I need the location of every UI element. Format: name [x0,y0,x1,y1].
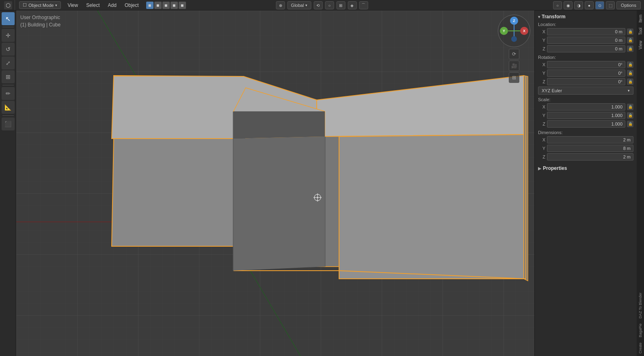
scale-y-value[interactable]: 1.000 [547,112,625,119]
rotation-z-value[interactable]: 0° [547,78,625,85]
snap-magnet-btn[interactable]: ⊞ [336,1,345,9]
extra-btn1[interactable]: ◈ [348,1,357,9]
properties-section-header[interactable]: ▶ Properties [538,165,633,171]
dimensions-z-value[interactable]: 2 m [547,153,633,161]
rotation-x-value[interactable]: 0° [547,61,625,68]
location-z-value[interactable]: 0 m [547,45,625,52]
object-info: (1) Building | Cube [20,21,61,28]
nav-small-icons: ⟳ 🎥 ⊞ [509,49,519,83]
transform-pivot-btn[interactable]: ⊕ [276,1,285,9]
scale-y-lock[interactable]: 🔒 [627,112,633,119]
location-z-label: Z [538,46,545,51]
location-z-row: Z 0 m 🔒 [538,45,633,52]
view-label: User Orthographic [20,14,61,21]
editor-mode-dropdown[interactable]: ☐ Object Mode ▾ [19,1,61,9]
location-x-lock[interactable]: 🔒 [627,28,633,35]
rotation-z-lock[interactable]: 🔒 [627,78,633,85]
svg-marker-8 [317,76,524,137]
render-region-btn[interactable]: ⊞ [509,72,519,83]
mini-icon-3[interactable]: ◼ [162,2,170,9]
viewport-shading-4[interactable]: ● [585,1,594,9]
tab-create[interactable]: Create [638,340,643,356]
camera-view-btn[interactable]: 🎥 [509,61,519,71]
transform-orientation-dropdown[interactable]: Global ▾ [287,1,311,9]
rotation-x-lock[interactable]: 🔒 [627,61,633,68]
tab-view[interactable]: View [638,38,644,52]
properties-title: Properties [543,165,567,171]
toolbar-separator-3 [2,115,14,116]
blender-logo-icon[interactable]: ⬡ [4,1,12,9]
location-y-lock[interactable]: 🔒 [627,37,633,43]
rotation-mode-dropdown[interactable]: XYZ Euler ▾ [538,87,633,95]
properties-collapse-arrow[interactable]: ▶ [538,166,541,171]
viewport[interactable]: User Orthographic (1) Building | Cube [16,11,534,356]
svg-marker-19 [233,111,325,139]
tool-scale[interactable]: ⤢ [2,56,15,69]
tab-daz-to-blender[interactable]: DAZ To Blender [638,290,643,321]
tool-move[interactable]: ✛ [2,29,15,42]
dimensions-y-value[interactable]: 8 m [547,145,633,152]
svg-marker-18 [233,88,325,137]
tool-transform[interactable]: ⊞ [2,70,15,83]
right-panel: ▾ Transform Location: X 0 m 🔒 Y 0 m 🔒 Z … [534,11,644,356]
viewport-overlay-btn[interactable]: ⊙ [595,1,604,9]
menu-object[interactable]: Object [121,0,143,10]
menu-add[interactable]: Add [104,0,121,10]
viewport-shading-1[interactable]: ○ [553,1,562,9]
transform-collapse-arrow[interactable]: ▾ [538,15,540,19]
rotation-y-lock[interactable]: 🔒 [627,70,633,76]
axis-y-button[interactable]: Y [500,27,508,35]
location-y-value[interactable]: 0 m [547,37,625,44]
axis-x-button[interactable]: X [520,27,528,35]
tool-rotate[interactable]: ↺ [2,43,15,56]
scale-x-value[interactable]: 1.000 [547,103,625,111]
svg-marker-4 [112,76,317,139]
tool-add-cube[interactable]: ⬛ [2,117,15,130]
nav-gizmo[interactable]: Z X Y [498,15,530,47]
perspective-toggle-btn[interactable]: ⟳ [509,49,519,59]
axis-z-neg-button[interactable] [511,36,517,42]
tab-bagapie[interactable]: BagaPie [638,321,643,340]
tab-item[interactable]: Item [638,12,644,25]
tool-measure[interactable]: 📐 [2,101,15,114]
menu-view[interactable]: View [63,0,82,10]
panel-content: ▾ Transform Location: X 0 m 🔒 Y 0 m 🔒 Z … [535,11,637,174]
scale-x-lock[interactable]: 🔒 [627,104,633,110]
mini-icon-5[interactable]: ◼ [179,2,186,9]
svg-line-3 [97,11,300,356]
dimensions-x-row: X 2 m [538,136,633,143]
xray-btn[interactable]: ⬚ [606,1,615,9]
rotation-z-row: Z 0° 🔒 [538,78,633,85]
rotation-y-value[interactable]: 0° [547,69,625,77]
dimensions-z-label: Z [538,154,545,159]
axis-z-button[interactable]: Z [510,17,518,25]
scale-z-value[interactable]: 1.000 [547,120,625,128]
extra-btn2[interactable]: ⌒ [359,1,368,9]
location-z-lock[interactable]: 🔒 [627,46,633,52]
tool-annotate[interactable]: ✏ [2,87,15,100]
location-x-value[interactable]: 0 m [547,28,625,35]
dimensions-x-value[interactable]: 2 m [547,136,633,143]
scale-y-row: Y 1.000 🔒 [538,112,633,119]
mini-icon-1[interactable]: ◼ [146,2,153,9]
topbar: ⬡ ☐ Object Mode ▾ View Select Add Object… [0,0,644,11]
side-tabs: Item Tool View DAZ To Blender BagaPie Cr… [637,11,644,356]
snap-btn[interactable]: ⟲ [313,1,322,9]
svg-rect-1 [16,11,534,356]
options-button[interactable]: Options [616,1,641,9]
svg-point-21 [314,194,321,201]
location-y-row: Y 0 m 🔒 [538,37,633,44]
proportional-edit-btn[interactable]: ○ [325,1,334,9]
scale-z-lock[interactable]: 🔒 [627,121,633,127]
tool-select[interactable]: ↖ [2,12,15,25]
mini-icon-2[interactable]: ◼ [154,2,162,9]
gizmo-circle[interactable]: Z X Y [498,15,530,47]
mini-icon-4[interactable]: ◼ [171,2,178,9]
right-top-controls: ○ ◉ ◑ ● ⊙ ⬚ Options [550,0,644,11]
tab-tool[interactable]: Tool [638,25,644,37]
dimensions-x-label: X [538,137,545,142]
viewport-shading-3[interactable]: ◑ [574,1,583,9]
menu-select[interactable]: Select [82,0,104,10]
location-x-row: X 0 m 🔒 [538,28,633,35]
viewport-shading-2[interactable]: ◉ [564,1,573,9]
